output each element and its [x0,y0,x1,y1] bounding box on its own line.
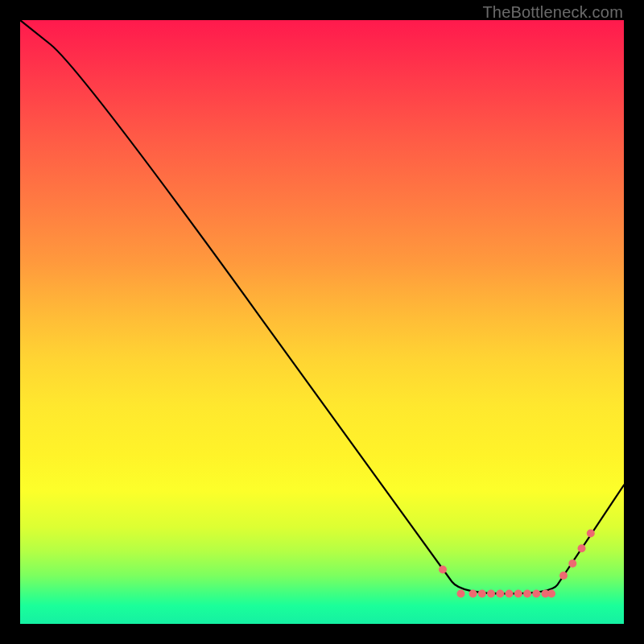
marker-dot [478,590,486,598]
marker-dot [469,590,477,598]
marker-dot [532,590,540,598]
bottleneck-curve [20,20,624,594]
curve-layer [20,20,624,594]
marker-dots-layer [439,530,595,598]
marker-dot [496,590,504,598]
marker-dot [457,590,465,598]
marker-dot [514,590,522,598]
marker-dot [439,566,447,574]
marker-dot [568,559,576,568]
marker-dot [559,572,568,580]
attribution-label: TheBottleneck.com [482,3,623,22]
chart-frame: TheBottleneck.com [0,0,644,644]
marker-dot [547,590,555,598]
chart-svg [20,20,624,624]
marker-dot [587,530,595,538]
marker-dot [506,590,514,598]
plot-area [20,20,624,624]
marker-dot [487,590,495,598]
marker-dot [578,544,586,552]
marker-dot [523,590,531,598]
